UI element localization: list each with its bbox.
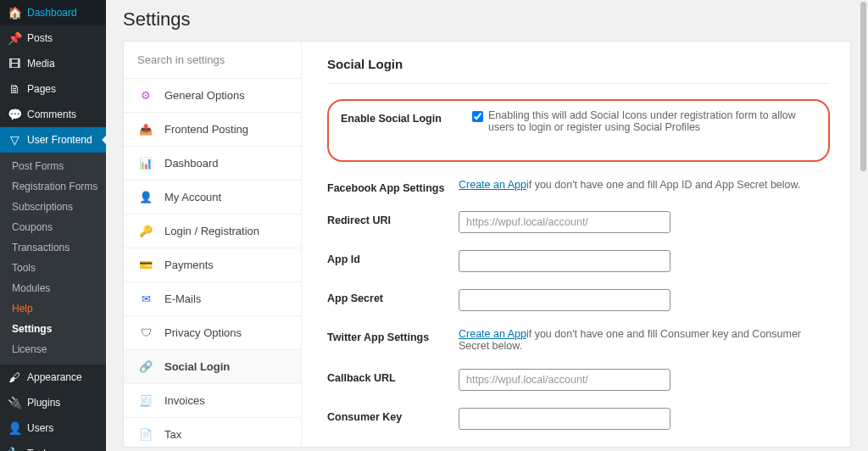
settings-nav-my-account[interactable]: 👤My Account [124,180,301,214]
wp-menu-users[interactable]: 👤Users [0,415,106,441]
frontend-posting-icon: 📤 [137,123,154,136]
appearance-icon: 🖌 [7,370,22,384]
twitter-create-app-link[interactable]: Create an App [459,328,526,340]
wp-submenu-registration-forms[interactable]: Registration Forms [0,176,106,197]
wp-submenu-subscriptions[interactable]: Subscriptions [0,197,106,217]
scrollbar[interactable] [860,2,866,171]
general-icon: ⚙ [137,89,154,102]
enable-social-login-desc: Enabling this will add Social Icons unde… [488,109,816,133]
wp-menu-appearance[interactable]: 🖌Appearance [0,365,106,390]
plugins-icon: 🔌 [7,396,22,409]
section-title: Social Login [327,57,830,84]
user-frontend-icon: ▽ [7,133,22,147]
posts-icon: 📌 [7,31,22,45]
wp-menu-plugins[interactable]: 🔌Plugins [0,390,106,415]
dashboard-icon: 📊 [137,157,154,170]
facebook-settings-label: Facebook App Settings [327,179,459,194]
wp-submenu-tools[interactable]: Tools [0,258,106,278]
wp-menu-posts[interactable]: 📌Posts [0,25,106,51]
wp-admin-sidebar: 🏠Dashboard📌Posts🎞Media🗎Pages💬Comments▽Us… [0,0,106,451]
settings-nav-social-login[interactable]: 🔗Social Login [124,349,301,383]
users-icon: 👤 [7,421,22,435]
tax-icon: 📄 [137,428,154,441]
tools-icon: 🔧 [7,447,22,451]
main-content: Settings Search in settings ⚙General Opt… [106,0,868,451]
wp-menu-media[interactable]: 🎞Media [0,51,106,76]
settings-nav-dashboard[interactable]: 📊Dashboard [124,146,301,180]
wp-submenu: Post FormsRegistration FormsSubscription… [0,153,106,365]
wp-submenu-coupons[interactable]: Coupons [0,217,106,237]
wp-menu-comments[interactable]: 💬Comments [0,102,106,127]
invoices-icon: 🧾 [137,394,154,407]
wp-submenu-license[interactable]: License [0,339,106,359]
privacy-icon: 🛡 [137,326,154,339]
enable-social-login-label: Enable Social Login [341,109,472,125]
settings-nav-payments[interactable]: 💳Payments [124,248,301,281]
settings-nav-invoices[interactable]: 🧾Invoices [124,383,301,417]
settings-nav-privacy[interactable]: 🛡Privacy Options [124,315,301,349]
wp-submenu-modules[interactable]: Modules [0,278,106,298]
wp-menu-tools[interactable]: 🔧Tools [0,441,106,451]
settings-panel: Search in settings ⚙General Options📤Fron… [123,41,851,448]
redirect-uri-input[interactable] [459,211,670,233]
app-id-input[interactable] [459,250,670,272]
comments-icon: 💬 [7,108,22,121]
redirect-uri-label: Redirect URI [327,211,459,226]
settings-nav-tax[interactable]: 📄Tax [124,417,301,447]
dashboard-icon: 🏠 [7,6,22,19]
facebook-create-app-link[interactable]: Create an App [459,179,526,191]
settings-nav-frontend-posting[interactable]: 📤Frontend Posting [124,112,301,146]
wp-submenu-transactions[interactable]: Transactions [0,237,106,258]
page-title: Settings [123,8,851,31]
my-account-icon: 👤 [137,191,154,203]
wp-menu-dashboard[interactable]: 🏠Dashboard [0,0,106,25]
search-settings[interactable]: Search in settings [124,42,301,78]
settings-nav-emails[interactable]: ✉E-Mails [124,281,301,315]
settings-content: Social Login Enable Social Login Enablin… [302,42,850,447]
social-login-icon: 🔗 [137,360,154,373]
app-secret-input[interactable] [459,289,670,311]
app-id-label: App Id [327,250,459,265]
callback-url-label: Callback URL [327,369,459,384]
settings-nav-login-registration[interactable]: 🔑Login / Registration [124,214,301,248]
media-icon: 🎞 [7,57,22,70]
emails-icon: ✉ [137,292,154,305]
consumer-key-input[interactable] [459,408,670,430]
wp-submenu-help[interactable]: Help [0,298,106,319]
enable-social-login-checkbox[interactable] [472,111,483,122]
wp-submenu-settings[interactable]: Settings [0,319,106,339]
settings-nav: Search in settings ⚙General Options📤Fron… [124,42,302,447]
wp-submenu-post-forms[interactable]: Post Forms [0,156,106,176]
wp-menu-pages[interactable]: 🗎Pages [0,76,106,102]
app-secret-label: App Secret [327,289,459,304]
callback-url-input[interactable] [459,369,670,391]
pages-icon: 🗎 [7,82,22,96]
twitter-settings-label: Twitter App Settings [327,328,459,343]
login-registration-icon: 🔑 [137,225,154,237]
wp-menu-user-frontend[interactable]: ▽User Frontend [0,127,106,153]
facebook-desc: if you don't have one and fill App ID an… [526,179,800,191]
enable-social-login-highlight: Enable Social Login Enabling this will a… [327,99,830,162]
consumer-key-label: Consumer Key [327,408,459,423]
payments-icon: 💳 [137,259,154,271]
settings-nav-general[interactable]: ⚙General Options [124,78,301,112]
